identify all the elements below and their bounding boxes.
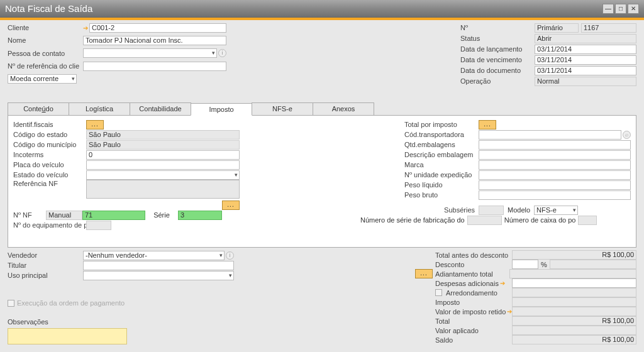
doc-label: Data do documento — [460, 67, 535, 74]
vendedor-detail-icon[interactable]: i — [226, 251, 234, 260]
tab-conteudo[interactable]: Conteúdo — [8, 102, 69, 115]
aplicado-field — [512, 326, 636, 335]
adiant-label: Adiantamento total — [435, 270, 509, 278]
ref-label: Nº de referência do clie — [8, 62, 83, 70]
numero-tipo-field[interactable]: Primário — [535, 23, 579, 33]
retido-arrow-icon[interactable]: ➔ — [507, 308, 512, 315]
refnf-label: Referência NF — [13, 180, 86, 187]
close-button[interactable]: ✕ — [628, 4, 639, 14]
desc-label: Desconto — [435, 261, 512, 268]
pesoliq-label: Peso líquido — [404, 181, 479, 189]
tab-nfse[interactable]: NFS-e — [252, 102, 313, 115]
incoterms-label: Incoterms — [13, 151, 86, 158]
title-bar: Nota Fiscal de Saída — □ ✕ — [0, 0, 644, 18]
nfnum-label: Nº NF — [13, 211, 46, 219]
desp-field[interactable] — [512, 278, 636, 288]
tab-logistica[interactable]: Logística — [69, 102, 130, 115]
contact-detail-icon[interactable]: i — [218, 49, 226, 57]
link-arrow-icon[interactable]: ➔ — [83, 25, 88, 31]
maximize-button[interactable]: □ — [615, 4, 626, 14]
modelo-dropdown[interactable]: NFS-e — [534, 206, 578, 215]
modelo-label: Modelo — [504, 206, 534, 214]
pesoliq-field[interactable] — [479, 180, 631, 190]
nome-field[interactable]: Tomador PJ Nacional com Insc. — [83, 36, 226, 45]
lanc-field[interactable]: 03/11/2014 — [535, 45, 636, 54]
serie-label: Série — [145, 211, 178, 219]
pessoa-label: Pessoa de contato — [8, 50, 83, 57]
venc-label: Data de vencimento — [460, 56, 535, 63]
doc-field[interactable]: 03/11/2014 — [535, 66, 636, 75]
uso-label: Uso principal — [8, 272, 83, 279]
antes-field: R$ 100,00 — [512, 250, 636, 260]
arred-field — [512, 288, 636, 297]
tab-anexos[interactable]: Anexos — [313, 102, 374, 115]
qtdemb-field[interactable] — [479, 140, 631, 150]
obs-label: Observações — [8, 318, 83, 326]
cliente-label: Cliente — [8, 24, 83, 31]
estado-field: São Paulo — [86, 130, 240, 140]
transp-field[interactable] — [479, 130, 621, 140]
numserie-label: Número de série de fabricação do — [360, 216, 465, 224]
adiant-button[interactable]: ... — [415, 269, 433, 278]
refnf-field[interactable] — [86, 180, 240, 199]
tabs: Conteúdo Logística Contabilidade Imposto… — [8, 102, 636, 116]
tab-imposto[interactable]: Imposto — [191, 103, 252, 116]
aplicado-label: Valor aplicado — [435, 327, 512, 334]
totalimp-button[interactable]: ... — [479, 120, 496, 129]
numcaixa-label: Número de caixa do po — [504, 216, 576, 224]
numero-value-field[interactable]: 1167 — [581, 23, 636, 33]
adiant-field — [509, 269, 636, 278]
identif-button[interactable]: ... — [86, 120, 104, 129]
vendedor-label: Vendedor — [8, 251, 83, 259]
nfnum-field[interactable]: 71 — [82, 211, 145, 220]
vendedor-dropdown[interactable]: -Nenhum vendedor- — [83, 251, 225, 260]
totalimp-label: Total por imposto — [404, 121, 479, 128]
titular-label: Titular — [8, 261, 83, 269]
refnf-button[interactable]: ... — [222, 201, 240, 210]
tab-contabilidade[interactable]: Contabilidade — [130, 102, 191, 115]
transp-label: Cód.transportadora — [404, 131, 479, 138]
unid-label: Nº unidade expedição — [404, 171, 479, 179]
desc-pct-field[interactable] — [512, 260, 538, 269]
municipio-label: Código do município — [13, 141, 86, 148]
numcaixa-field[interactable] — [578, 216, 597, 225]
marca-field[interactable] — [479, 160, 631, 170]
descemb-field[interactable] — [479, 150, 631, 160]
equip-field[interactable] — [86, 221, 111, 230]
uso-dropdown[interactable] — [83, 271, 234, 280]
incoterms-field[interactable]: 0 — [86, 150, 240, 160]
numserie-field[interactable] — [467, 216, 502, 225]
status-label: Status — [460, 35, 535, 42]
transp-lookup-icon[interactable]: ⌕ — [623, 131, 631, 139]
cliente-field[interactable]: C001-2 — [89, 23, 226, 33]
antes-label: Total antes do desconto — [435, 251, 512, 259]
arred-label: Arredondamento — [446, 289, 497, 297]
unid-field[interactable] — [479, 170, 631, 180]
serie-field[interactable]: 3 — [178, 211, 222, 220]
desp-arrow-icon[interactable]: ➔ — [500, 280, 505, 287]
oper-label: Operação — [460, 77, 535, 85]
retido-label: Valor de imposto retido ➔ — [435, 308, 512, 316]
total-field: R$ 100,00 — [512, 316, 636, 326]
titular-field[interactable] — [83, 261, 234, 270]
estadov-dropdown[interactable] — [86, 170, 240, 180]
municipio-field: São Paulo — [86, 140, 240, 150]
subseries-label: Subséries — [404, 206, 479, 214]
pessoa-dropdown[interactable] — [83, 48, 217, 58]
subseries-field[interactable] — [479, 206, 504, 215]
minimize-button[interactable]: — — [602, 4, 614, 14]
ref-field[interactable] — [83, 62, 226, 71]
obs-textarea[interactable] — [8, 328, 127, 344]
nfmanual-field: Manual — [46, 211, 82, 220]
pesobruto-field[interactable] — [479, 190, 631, 200]
arred-checkbox — [435, 289, 442, 296]
moeda-dropdown[interactable]: Moeda corrente — [8, 74, 77, 84]
venc-field[interactable]: 03/11/2014 — [535, 55, 636, 65]
nome-label: Nome — [8, 36, 83, 44]
placa-field[interactable] — [86, 160, 240, 170]
saldo-label: Saldo — [435, 336, 512, 344]
placa-label: Placa do veículo — [13, 161, 86, 168]
imp-field — [512, 297, 636, 307]
marca-label: Marca — [404, 161, 479, 168]
total-label: Total — [435, 317, 512, 325]
